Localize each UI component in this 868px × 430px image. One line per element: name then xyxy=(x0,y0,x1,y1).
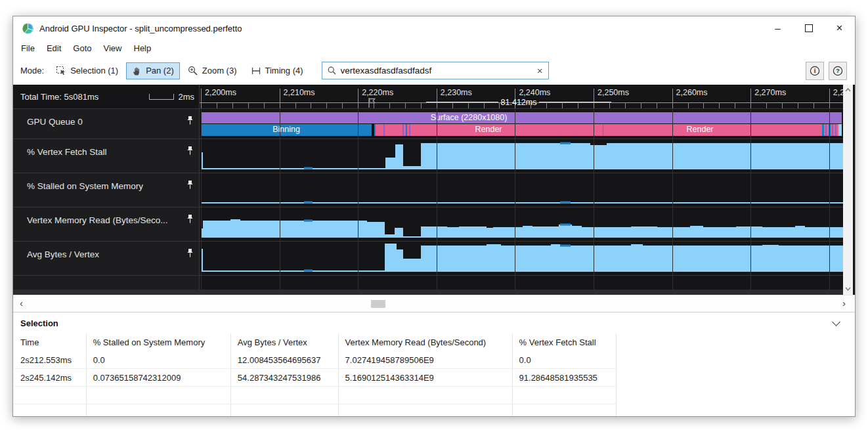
ruler-tick-label: 2,230ms xyxy=(441,88,472,97)
pin-icon[interactable] xyxy=(186,180,194,192)
flag-marker-icon[interactable] xyxy=(368,97,376,108)
pin-icon[interactable] xyxy=(186,146,194,158)
horizontal-scrollbar[interactable]: ‹ › xyxy=(13,295,855,312)
selection-column-header[interactable]: Avg Bytes / Vertex xyxy=(230,333,338,351)
row-separator xyxy=(13,207,843,207)
time-ruler[interactable]: 2,200ms2,210ms2,220ms2,230ms2,240ms2,250… xyxy=(200,85,843,108)
menu-item-file[interactable]: File xyxy=(15,43,41,53)
info-icon: i xyxy=(810,66,820,76)
table-cell: 2s212.553ms xyxy=(14,351,86,369)
mode-button-label: Pan (2) xyxy=(146,66,174,75)
scroll-down-icon[interactable] xyxy=(845,287,851,291)
slice-stripe xyxy=(406,124,407,136)
table-row[interactable]: 2s212.553ms0.012.0084535646956377.027419… xyxy=(14,351,855,369)
track-sidebar-row[interactable]: % Vertex Fetch Stall xyxy=(13,139,199,173)
search-input[interactable]: vertexasdfasdfasdfadsf × xyxy=(322,62,549,79)
app-icon xyxy=(22,23,33,34)
slice-stripe xyxy=(409,124,410,136)
selected-sample-marker[interactable] xyxy=(304,202,313,204)
ruler-minor-tick xyxy=(719,102,720,108)
title-bar[interactable]: Android GPU Inspector - split_uncompress… xyxy=(13,16,855,40)
selection-panel: Selection Time% Stalled on System Memory… xyxy=(13,312,855,417)
scroll-left-icon[interactable]: ‹ xyxy=(20,297,23,309)
pin-icon[interactable] xyxy=(186,214,194,226)
scroll-up-icon[interactable] xyxy=(845,88,851,92)
info-button[interactable]: i xyxy=(806,62,824,80)
timeline-gridline xyxy=(672,108,673,290)
zoom-icon xyxy=(188,66,198,76)
selected-sample-marker[interactable] xyxy=(560,142,571,144)
track-sidebar-row[interactable]: Avg Bytes / Vertex xyxy=(13,241,199,275)
surface-slice[interactable] xyxy=(201,112,842,123)
track-sidebar-row[interactable]: Vertex Memory Read (Bytes/Seco... xyxy=(13,207,199,241)
table-row[interactable] xyxy=(14,404,855,418)
track-sidebar-row[interactable]: GPU Queue 0 xyxy=(13,108,199,139)
selection-column-header[interactable]: Time xyxy=(14,333,86,351)
selected-sample-marker[interactable] xyxy=(304,167,313,169)
table-row[interactable]: 2s245.142ms0.0736515874231200954.2873432… xyxy=(14,369,855,387)
counter-track[interactable] xyxy=(200,207,843,241)
selected-sample-marker[interactable] xyxy=(560,224,571,226)
selected-sample-marker[interactable] xyxy=(304,220,313,222)
mode-button-zoom[interactable]: Zoom (3) xyxy=(182,62,243,79)
timeline-area[interactable]: Total Time: 5s081ms 2ms 2,200ms2,210ms2,… xyxy=(13,85,855,295)
selection-column-header[interactable]: % Vertex Fetch Stall xyxy=(512,333,616,351)
maximize-icon xyxy=(805,24,813,32)
slice-stripe xyxy=(822,124,824,136)
ruler-major-tick xyxy=(358,89,358,108)
table-cell xyxy=(14,404,86,418)
menu-item-goto[interactable]: Goto xyxy=(67,43,97,53)
counter-track[interactable] xyxy=(200,139,843,173)
menu-item-edit[interactable]: Edit xyxy=(41,43,67,53)
pin-icon[interactable] xyxy=(186,248,194,261)
render-slice[interactable] xyxy=(603,124,838,136)
scroll-right-icon[interactable]: › xyxy=(842,297,846,309)
selection-panel-header[interactable]: Selection xyxy=(13,312,855,333)
maximize-button[interactable] xyxy=(793,16,824,40)
table-row[interactable] xyxy=(14,387,855,404)
table-cell xyxy=(338,404,512,418)
ruler-minor-tick xyxy=(295,102,296,108)
timeline-gridline xyxy=(829,108,830,290)
table-filler xyxy=(616,333,855,351)
track-sidebar-row[interactable]: % Stalled on System Memory xyxy=(13,173,199,207)
mode-label: Mode: xyxy=(20,66,44,75)
pin-icon[interactable] xyxy=(186,116,194,128)
table-cell xyxy=(230,404,338,418)
selection-column-header[interactable]: % Stalled on System Memory xyxy=(86,333,230,351)
help-icon: ? xyxy=(833,66,843,76)
timeline-gridline xyxy=(594,108,594,290)
timeline-gridline xyxy=(515,108,515,290)
timeline-gridline xyxy=(750,108,751,290)
menu-item-help[interactable]: Help xyxy=(128,43,158,53)
clear-search-icon[interactable]: × xyxy=(537,67,543,75)
gpu-queue-track[interactable]: Surface (2280x1080)BinningRenderRender xyxy=(200,108,843,139)
mode-button-selection[interactable]: Selection (1) xyxy=(50,62,124,79)
help-button[interactable]: ? xyxy=(829,62,847,80)
row-separator xyxy=(13,173,843,173)
horizontal-scroll-thumb[interactable] xyxy=(371,300,385,308)
ruler-tick-label: 2,280ms xyxy=(833,88,843,97)
table-cell xyxy=(230,387,338,404)
counter-chart xyxy=(200,173,843,207)
menu-item-view[interactable]: View xyxy=(98,43,128,53)
collapse-chevron-icon[interactable] xyxy=(832,318,840,326)
vertical-scrollbar[interactable] xyxy=(843,85,853,295)
timeline-gridline xyxy=(201,108,202,290)
counter-track[interactable] xyxy=(200,173,843,207)
slice-stripe xyxy=(383,124,385,136)
track-bottom-band xyxy=(13,290,843,295)
selection-column-header[interactable]: Vertex Memory Read (Bytes/Second) xyxy=(338,333,512,351)
mode-button-timing[interactable]: Timing (4) xyxy=(245,62,309,79)
minimize-button[interactable]: – xyxy=(762,16,793,40)
counter-track[interactable] xyxy=(200,241,843,275)
selected-sample-marker[interactable] xyxy=(560,202,571,204)
selected-sample-marker[interactable] xyxy=(560,245,571,247)
table-filler xyxy=(616,369,855,387)
ruler-minor-tick xyxy=(688,102,689,108)
mode-button-pan[interactable]: Pan (2) xyxy=(126,62,180,79)
selected-sample-marker[interactable] xyxy=(304,270,313,272)
pan-icon xyxy=(132,66,142,76)
close-button[interactable]: × xyxy=(824,16,855,40)
track-label: Vertex Memory Read (Bytes/Seco... xyxy=(27,215,168,225)
